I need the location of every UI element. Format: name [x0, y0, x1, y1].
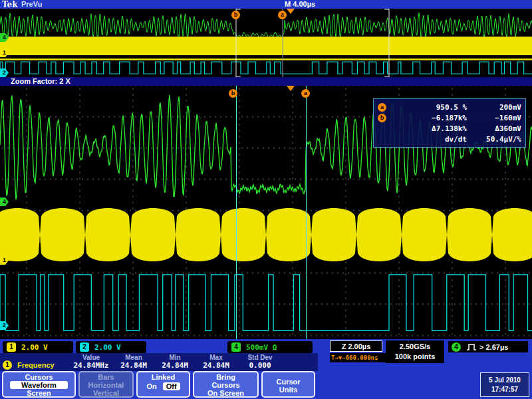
marker-a-badge[interactable]: a: [278, 11, 287, 19]
channel-1-scale-readout: 1 2.00 V: [3, 341, 73, 353]
channel-2-scale: 2.00 V: [94, 343, 121, 352]
trigger-delay-icon: T→▼: [331, 353, 342, 362]
channel-4-badge: 4: [231, 342, 241, 352]
linked-on-option[interactable]: On: [146, 382, 156, 390]
date-text: 5 Jul 2010: [481, 376, 529, 385]
cursor-a-voltage: 200mV: [467, 103, 521, 112]
dvdt-value: 50.4µV/%: [467, 135, 521, 144]
cursor-a-readout-row: a 950.5 % 200mV: [378, 102, 521, 112]
status-area: 1 2.00 V 2 2.00 V 4 500mV Ω Z 2.00µs T→▼…: [0, 339, 532, 399]
bars-orientation-button[interactable]: Bars Horizontal Vertical: [78, 371, 134, 398]
cursors-mode-selected: Waveform: [10, 381, 68, 389]
channel-1-badge: 1: [7, 342, 16, 352]
cursor-a-line[interactable]: [306, 86, 307, 339]
cursor-readout-box: a 950.5 % 200mV b −6.187k% −160mV Δ7.138…: [373, 98, 526, 148]
oscilloscope-screen: Tek PreVu M 4.00µs 4 1 2 b a Zoom Factor…: [0, 0, 532, 399]
marker-b-badge[interactable]: b: [229, 89, 237, 98]
channel-1-scale: 2.00 V: [21, 343, 48, 352]
marker-b-badge[interactable]: b: [231, 11, 240, 19]
measurement-source-badge: 1: [3, 360, 12, 370]
tek-logo: Tek: [2, 0, 18, 9]
trigger-delay-readout: T→▼ −660.000ns: [330, 353, 387, 362]
linked-off-option[interactable]: Off: [163, 382, 180, 390]
measurement-min: 24.84M: [154, 361, 196, 370]
cursor-b-percent: −6.187k%: [389, 114, 467, 122]
soft-key-menu: Cursors Waveform Screen Bars Horizontal …: [0, 371, 532, 399]
linked-toggle-button[interactable]: Linked On Off: [136, 371, 190, 398]
delta-voltage: Δ360mV: [467, 124, 521, 133]
measurement-headers: Value Mean Min Max Std Dev: [69, 354, 283, 361]
datetime-display: 5 Jul 2010 17:47:57: [480, 372, 529, 397]
overview-waveforms-svg: [0, 9, 532, 77]
measurement-mean: 24.84M: [113, 361, 154, 370]
acquisition-status: PreVu: [21, 0, 42, 8]
measurement-name: Frequency: [17, 361, 55, 369]
measurement-header-value: Value: [69, 354, 113, 361]
marker-a-badge: a: [378, 103, 386, 112]
channel-4-scale: 500mV Ω: [246, 343, 277, 352]
channel-2-scale-readout: 2 2.00 V: [76, 341, 146, 353]
measurement-header-stddev: Std Dev: [237, 354, 283, 361]
record-length: 100k points: [386, 352, 444, 362]
delta-percent: Δ7.138k%: [389, 124, 467, 133]
cursor-units-button[interactable]: Cursor Units: [261, 371, 315, 398]
measurement-max: 24.84M: [196, 361, 237, 370]
time-text: 17:47:57: [481, 385, 529, 394]
marker-b-badge: b: [378, 114, 386, 122]
cursor-a-percent: 950.5 %: [389, 103, 467, 112]
cursors-mode-button[interactable]: Cursors Waveform Screen: [2, 371, 76, 398]
main-timebase-readout: M 4.00µs: [285, 0, 315, 8]
trigger-delay-value: −660.000ns: [342, 353, 378, 362]
dvdt-readout-row: dv/dt 50.4µV/%: [378, 134, 521, 144]
sample-rate: 2.50GS/s: [386, 342, 444, 352]
measurement-label: 1 Frequency: [3, 360, 55, 370]
cursor-b-voltage: −160mV: [467, 114, 521, 122]
bring-cursors-button[interactable]: Bring Cursors On Screen: [193, 371, 259, 398]
trigger-position-icon[interactable]: [287, 86, 295, 91]
zoom-factor-label: Zoom Factor: 2 X: [11, 77, 70, 85]
cursor-b-line[interactable]: [236, 86, 237, 339]
measurement-header-min: Min: [154, 354, 196, 361]
zoom-waveform-display: b a a 950.5 % 200mV b −6.187k% −160mV Δ7…: [0, 86, 532, 339]
zoom-timebase-readout: Z 2.00µs: [330, 340, 382, 352]
measurement-value: 24.84MHz: [69, 361, 113, 370]
measurement-values: 24.84MHz 24.84M 24.84M 24.84M 0.000: [69, 361, 283, 370]
measurement-header-max: Max: [196, 354, 237, 361]
zoom-factor-bar: Zoom Factor: 2 X: [0, 77, 532, 86]
trigger-source-badge: 4: [452, 342, 461, 352]
channel-4-scale-readout: 4 500mV Ω: [227, 341, 313, 353]
dvdt-label: dv/dt: [389, 135, 467, 144]
measurement-stddev: 0.000: [237, 361, 283, 370]
top-status-bar: Tek PreVu M 4.00µs: [0, 0, 532, 9]
marker-a-badge[interactable]: a: [301, 89, 310, 98]
cursor-b-readout-row: b −6.187k% −160mV: [378, 112, 521, 123]
trigger-readout: 4 > 2.67µs: [448, 341, 528, 352]
channel-2-badge: 2: [80, 342, 89, 352]
sample-rate-readout: 2.50GS/s 100k points: [386, 340, 444, 363]
waveform-overview: 4 1 2 b a: [0, 9, 532, 77]
trigger-condition: > 2.67µs: [479, 343, 508, 351]
pulse-trigger-icon: [466, 343, 477, 351]
measurement-header-mean: Mean: [113, 354, 154, 361]
cursor-delta-readout-row: Δ7.138k% Δ360mV: [378, 123, 521, 134]
